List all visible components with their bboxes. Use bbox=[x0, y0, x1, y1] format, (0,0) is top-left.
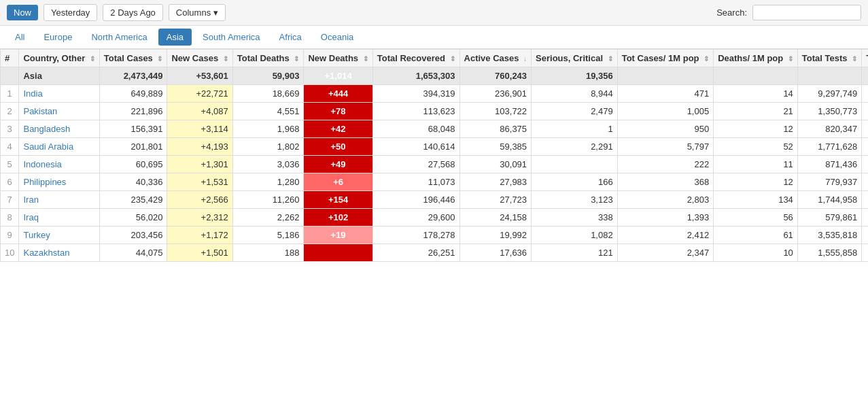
row-total-cases: 201,801 bbox=[99, 138, 167, 156]
tab-africa[interactable]: Africa bbox=[271, 29, 310, 46]
row-total-tests: 579,861 bbox=[797, 209, 861, 227]
row-total-deaths: 188 bbox=[232, 244, 304, 262]
table-row: 1 India 649,889 +22,721 18,669 +444 394,… bbox=[1, 85, 869, 103]
col-total-cases[interactable]: Total Cases ⇕ bbox=[99, 50, 167, 67]
col-tests-per-1m[interactable]: Tests/ 1M pop ⇕ bbox=[862, 50, 868, 67]
row-new-deaths: +154 bbox=[304, 191, 372, 209]
country-link[interactable]: Saudi Arabia bbox=[23, 141, 73, 152]
row-serious: 2,291 bbox=[532, 138, 618, 156]
row-tests-per-1m: 82,859 bbox=[862, 244, 868, 262]
search-label: Search: bbox=[716, 7, 747, 18]
row-total-deaths: 1,968 bbox=[232, 120, 304, 138]
now-button[interactable]: Now bbox=[7, 5, 38, 20]
row-num: 4 bbox=[1, 138, 19, 156]
search-input[interactable] bbox=[752, 5, 861, 20]
two-days-button[interactable]: 2 Days Ago bbox=[103, 4, 163, 21]
row-new-deaths bbox=[304, 244, 372, 262]
row-total-cases: 44,075 bbox=[99, 244, 167, 262]
row-tot-per-1m: 2,412 bbox=[617, 227, 714, 244]
country-link[interactable]: Indonesia bbox=[23, 159, 61, 169]
col-active-cases[interactable]: Active Cases ↓ bbox=[459, 50, 532, 67]
country-link[interactable]: Iraq bbox=[23, 212, 38, 222]
col-total-deaths[interactable]: Total Deaths ⇕ bbox=[232, 50, 304, 67]
row-tot-per-1m: 222 bbox=[617, 156, 714, 173]
row-serious: 1,082 bbox=[532, 227, 618, 244]
tab-oceania[interactable]: Oceania bbox=[313, 29, 362, 46]
row-deaths-per-1m: 52 bbox=[714, 138, 798, 156]
row-tests-per-1m: 50,888 bbox=[862, 138, 868, 156]
row-new-deaths: +102 bbox=[304, 209, 372, 227]
tab-south-america[interactable]: South America bbox=[194, 29, 268, 46]
country-link[interactable]: Pakistan bbox=[23, 106, 57, 116]
row-serious: 8,944 bbox=[532, 85, 618, 103]
row-country: Philippines bbox=[19, 173, 99, 191]
row-new-deaths: +50 bbox=[304, 138, 372, 156]
tab-asia[interactable]: Asia bbox=[158, 29, 192, 46]
row-total-deaths: 18,669 bbox=[232, 85, 304, 103]
row-tests-per-1m: 6,737 bbox=[862, 85, 868, 103]
table-row: 8 Iraq 56,020 +2,312 2,262 +102 29,600 2… bbox=[1, 209, 869, 227]
row-total-recovered: 11,073 bbox=[372, 173, 459, 191]
row-serious: 2,479 bbox=[532, 103, 618, 120]
row-num: 10 bbox=[1, 244, 19, 262]
row-deaths-per-1m: 14 bbox=[714, 85, 798, 103]
row-total-deaths: 5,186 bbox=[232, 227, 304, 244]
col-country[interactable]: Country, Other ⇕ bbox=[19, 50, 99, 67]
summary-active-cases: 760,243 bbox=[459, 67, 532, 85]
row-total-cases: 649,889 bbox=[99, 85, 167, 103]
row-total-cases: 40,336 bbox=[99, 173, 167, 191]
table-row: 6 Philippines 40,336 +1,531 1,280 +6 11,… bbox=[1, 173, 869, 191]
row-total-cases: 203,456 bbox=[99, 227, 167, 244]
col-tot-per-1m[interactable]: Tot Cases/ 1M pop ⇕ bbox=[617, 50, 714, 67]
tab-europe[interactable]: Europe bbox=[35, 29, 80, 46]
row-total-cases: 60,695 bbox=[99, 156, 167, 173]
row-total-deaths: 4,551 bbox=[232, 103, 304, 120]
summary-total-cases: 2,473,449 bbox=[99, 67, 167, 85]
col-new-deaths[interactable]: New Deaths ⇕ bbox=[304, 50, 372, 67]
tab-all[interactable]: All bbox=[7, 29, 33, 46]
row-total-cases: 56,020 bbox=[99, 209, 167, 227]
country-link[interactable]: Philippines bbox=[23, 177, 66, 187]
row-new-deaths: +19 bbox=[304, 227, 372, 244]
row-active-cases: 30,091 bbox=[459, 156, 532, 173]
col-deaths-per-1m[interactable]: Deaths/ 1M pop ⇕ bbox=[714, 50, 798, 67]
col-num[interactable]: # bbox=[1, 50, 19, 67]
row-deaths-per-1m: 56 bbox=[714, 209, 798, 227]
columns-button[interactable]: Columns ▾ bbox=[169, 4, 226, 21]
row-total-tests: 820,347 bbox=[797, 120, 861, 138]
country-link[interactable]: Bangladesh bbox=[23, 124, 70, 134]
row-serious: 338 bbox=[532, 209, 618, 227]
yesterday-button[interactable]: Yesterday bbox=[44, 4, 97, 21]
row-total-recovered: 140,614 bbox=[372, 138, 459, 156]
top-bar: Now Yesterday 2 Days Ago Columns ▾ Searc… bbox=[0, 0, 868, 26]
row-active-cases: 24,158 bbox=[459, 209, 532, 227]
row-new-cases: +1,301 bbox=[167, 156, 232, 173]
row-new-cases: +2,312 bbox=[167, 209, 232, 227]
row-new-deaths: +42 bbox=[304, 120, 372, 138]
row-total-recovered: 394,319 bbox=[372, 85, 459, 103]
country-link[interactable]: Kazakhstan bbox=[23, 248, 69, 258]
row-tot-per-1m: 2,347 bbox=[617, 244, 714, 262]
row-new-cases: +3,114 bbox=[167, 120, 232, 138]
row-tot-per-1m: 1,393 bbox=[617, 209, 714, 227]
country-link[interactable]: India bbox=[23, 88, 42, 99]
row-country: Pakistan bbox=[19, 103, 99, 120]
row-country: Saudi Arabia bbox=[19, 138, 99, 156]
country-link[interactable]: Turkey bbox=[23, 230, 50, 240]
col-new-cases[interactable]: New Cases ⇕ bbox=[167, 50, 232, 67]
col-serious[interactable]: Serious, Critical ⇕ bbox=[532, 50, 618, 67]
country-link[interactable]: Iran bbox=[23, 195, 38, 205]
row-new-cases: +1,501 bbox=[167, 244, 232, 262]
col-total-recovered[interactable]: Total Recovered ⇕ bbox=[372, 50, 459, 67]
row-active-cases: 17,636 bbox=[459, 244, 532, 262]
row-active-cases: 236,901 bbox=[459, 85, 532, 103]
col-total-tests[interactable]: Total Tests ⇕ bbox=[797, 50, 861, 67]
tab-north-america[interactable]: North America bbox=[83, 29, 155, 46]
row-total-tests: 1,555,858 bbox=[797, 244, 861, 262]
row-active-cases: 103,722 bbox=[459, 103, 532, 120]
row-country: Indonesia bbox=[19, 156, 99, 173]
row-active-cases: 27,983 bbox=[459, 173, 532, 191]
row-deaths-per-1m: 12 bbox=[714, 120, 798, 138]
row-tot-per-1m: 1,005 bbox=[617, 103, 714, 120]
row-new-deaths: +444 bbox=[304, 85, 372, 103]
